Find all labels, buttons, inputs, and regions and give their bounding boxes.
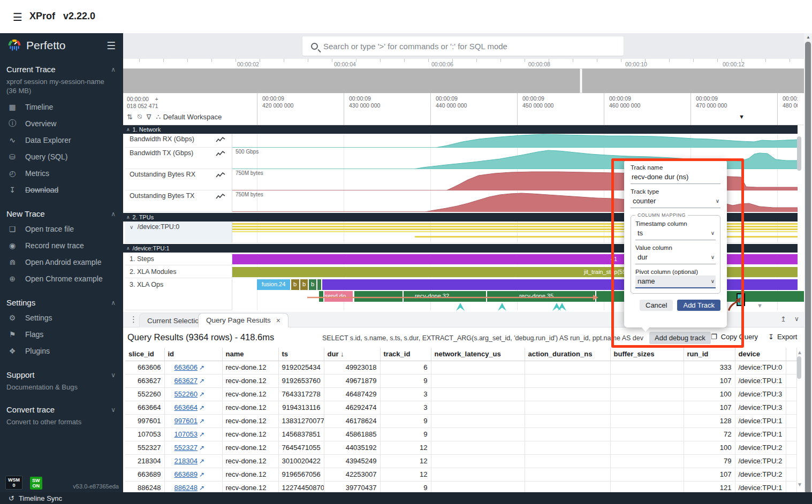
table-row[interactable]: 107053107053↗recv-done.12145683785145861… <box>125 427 796 441</box>
search-box[interactable] <box>302 36 624 56</box>
id-link[interactable]: 663689 <box>174 470 198 478</box>
sidebar-item-flags[interactable]: ⚑ Flags <box>0 326 123 342</box>
track-label-steps[interactable]: 1. Steps <box>125 254 232 265</box>
sidebar-item-timeline[interactable]: ▦ Timeline <box>0 98 123 115</box>
table-row[interactable]: 663689663689↗recv-done.12919656705642253… <box>125 468 796 481</box>
track-label-bandwidth-tx[interactable]: Bandwidth TX (Gbps) <box>125 148 232 169</box>
sidebar-menu-icon[interactable]: ☰ <box>107 40 116 52</box>
trace-overview-band[interactable] <box>123 68 804 93</box>
dock-to-top-icon[interactable]: ↥ <box>780 315 786 323</box>
col-buffer-sizes[interactable]: buffer_sizes <box>610 348 684 361</box>
viewport-indicator[interactable] <box>580 68 582 93</box>
track-label-xla-modules[interactable]: 2. XLA Modules <box>125 266 232 278</box>
table-scrollbar-thumb[interactable] <box>797 356 801 379</box>
col-slice-id[interactable]: slice_id <box>125 348 164 361</box>
app-menu-icon[interactable]: ☰ <box>13 11 22 24</box>
table-scroll-up-icon[interactable]: ▲ <box>797 349 802 355</box>
filter-icon[interactable]: ∇ <box>147 113 151 121</box>
chevron-down-icon[interactable]: ∨ <box>794 315 799 323</box>
id-link[interactable]: 107053 <box>174 430 198 438</box>
sidebar-item-overview[interactable]: ⓘ Overview <box>0 115 123 132</box>
sidebar-item-open-android-example[interactable]: ⋒ Open Android example <box>0 254 123 270</box>
track-label-xla-ops[interactable]: 3. XLA Ops <box>125 279 232 310</box>
table-row[interactable]: 552327552327↗recv-done.12764547105544035… <box>125 441 796 454</box>
sidebar-item-open-chrome-example[interactable]: ⊕ Open Chrome example <box>0 270 123 287</box>
id-link[interactable]: 552327 <box>174 444 198 452</box>
id-link[interactable]: 663627 <box>174 377 198 385</box>
page-scrollbar[interactable]: ▲ ▼ <box>804 33 812 504</box>
col-track-id[interactable]: track_id <box>380 348 431 361</box>
slice-b[interactable]: b <box>291 279 299 290</box>
unpin-icon[interactable]: ⍉ <box>138 112 142 121</box>
search-input[interactable] <box>323 42 624 51</box>
value-column-select[interactable]: dur ∨ <box>635 251 716 264</box>
add-debug-track-button[interactable]: Add debug track <box>649 332 711 344</box>
export-button[interactable]: ↧ Export <box>768 333 797 341</box>
id-link[interactable]: 663664 <box>174 403 198 411</box>
track-chart-bandwidth-rx[interactable] <box>232 134 798 148</box>
table-row[interactable]: 997601997601↗recv-done.12138312700774617… <box>125 414 796 427</box>
col-dur[interactable]: dur ↓ <box>324 348 380 361</box>
table-scroll-down-icon[interactable]: ▼ <box>797 482 802 487</box>
track-label-bandwidth-rx[interactable]: Bandwidth RX (Gbps) <box>125 134 232 148</box>
track-label-tpu0[interactable]: ∨ /device:TPU:0 <box>125 222 232 243</box>
col-action-duration-ns[interactable]: action_duration_ns <box>525 348 610 361</box>
sidebar-item-plugins[interactable]: ❖ Plugins <box>0 342 123 359</box>
col-network-latency-us[interactable]: network_latency_us <box>431 348 525 361</box>
page-scrollbar-thumb[interactable] <box>805 42 811 494</box>
col-device[interactable]: device <box>735 348 786 361</box>
copy-query-button[interactable]: ❐ Copy Query <box>711 333 758 341</box>
workspace-selector[interactable]: ∴ Default Workspace <box>156 113 222 121</box>
group-header-network[interactable]: ∧ 1. Network <box>123 125 798 134</box>
cancel-button[interactable]: Cancel <box>640 300 673 311</box>
slice-b[interactable]: b <box>309 279 316 290</box>
time-ruler[interactable]: 00:00:00 + 018 052 471 ⇅ ⍉ ∇ ∴ Default W… <box>123 93 804 125</box>
timeline-sync-label[interactable]: Timeline Sync <box>19 494 62 502</box>
timestamp-column-select[interactable]: ts ∨ <box>635 227 716 240</box>
col-name[interactable]: name <box>222 348 278 361</box>
table-row[interactable]: 663664663664↗recv-done.12919431311646292… <box>125 401 796 414</box>
chevron-down-icon[interactable]: ▼ <box>757 302 763 309</box>
timeline-scrollbar-thumb[interactable] <box>797 136 801 171</box>
track-type-select[interactable]: counter ∨ <box>631 195 720 208</box>
id-link[interactable]: 218304 <box>174 457 198 465</box>
id-link[interactable]: 552260 <box>174 390 198 398</box>
col-ts[interactable]: ts <box>278 348 324 361</box>
sync-icon[interactable]: ↺ <box>9 494 14 502</box>
slice-b[interactable]: b <box>300 279 308 290</box>
id-link[interactable]: 997601 <box>174 417 198 425</box>
slice-fusion[interactable]: fusion.24 <box>257 279 290 290</box>
sidebar-item-download[interactable]: ↧ Download <box>0 181 123 198</box>
close-icon[interactable]: × <box>276 316 280 325</box>
slice-small[interactable] <box>317 279 321 290</box>
col-id[interactable]: id <box>164 348 222 361</box>
sidebar-item-metrics[interactable]: ◴ Metrics <box>0 165 123 181</box>
col-run-id[interactable]: run_id <box>684 348 735 361</box>
track-label-outstanding-bytes-tx[interactable]: Outstanding Bytes TX <box>125 190 232 212</box>
track-label-outstanding-bytes-rx[interactable]: Outstanding Bytes RX <box>125 169 232 190</box>
sidebar-item-data-explorer[interactable]: ∿ Data Explorer <box>0 132 123 148</box>
sidebar-item-settings[interactable]: ⚙ Settings <box>0 309 123 326</box>
chevron-down-icon[interactable]: ∨ <box>111 406 116 414</box>
table-row[interactable]: 552260552260↗recv-done.12764331727846487… <box>125 387 796 401</box>
chevron-up-icon[interactable]: ∧ <box>111 299 116 307</box>
pivot-column-select[interactable]: name ∨ <box>635 276 716 288</box>
add-track-button[interactable]: Add Track <box>677 300 720 311</box>
chevron-up-icon[interactable]: ∧ <box>111 210 116 218</box>
collapse-tracks-icon[interactable]: ⇅ <box>127 113 133 121</box>
sidebar-item-open-trace-file[interactable]: ❏ Open trace file <box>0 220 123 237</box>
id-link[interactable]: 886248 <box>174 484 198 492</box>
chevron-up-icon[interactable]: ∧ <box>111 66 116 73</box>
sidebar-item-record-new-trace[interactable]: ◉ Record new trace <box>0 237 123 254</box>
scroll-up-icon[interactable]: ▲ <box>806 35 810 40</box>
id-link[interactable]: 663606 <box>174 363 198 371</box>
table-row[interactable]: 218304218304↗recv-done.12301002042243945… <box>125 454 796 468</box>
tab-query-page-results[interactable]: Query Page Results × <box>198 313 289 327</box>
track-name-input[interactable] <box>631 171 720 184</box>
table-row[interactable]: 886248886248↗recv-done.12122744508703977… <box>125 481 796 492</box>
table-row[interactable]: 663606663606↗recv-done.12919202543449923… <box>125 361 796 374</box>
sidebar-item-query-sql[interactable]: ⛁ Query (SQL) <box>0 148 123 165</box>
minimap-ruler[interactable]: 00:00:02 00:00:04 00:00:06 00:00:08 00:0… <box>123 59 804 68</box>
chevron-down-icon[interactable]: ∨ <box>111 371 116 379</box>
table-row[interactable]: 663627663627↗recv-done.12919265376049671… <box>125 374 796 387</box>
